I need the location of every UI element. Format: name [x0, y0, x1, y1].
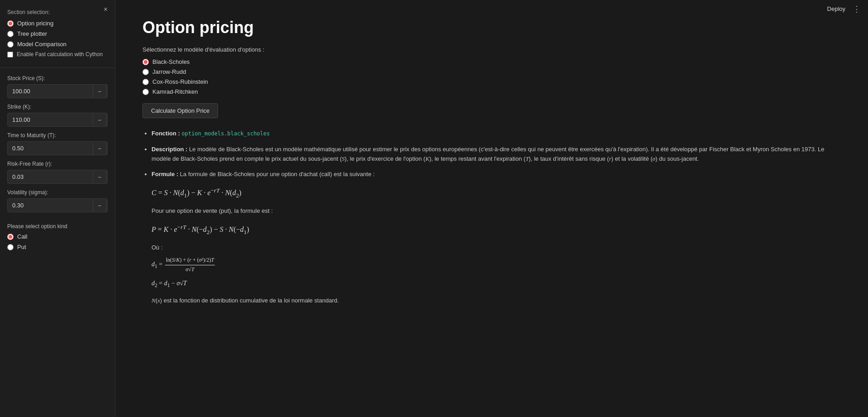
params-section: Stock Price (S): − + Strike (K): − + Tim…: [0, 73, 115, 221]
model-black-scholes[interactable]: Black-Scholes: [142, 58, 841, 65]
volatility-input[interactable]: [8, 199, 93, 212]
sidebar-item-model-comparison[interactable]: Model Comparison: [7, 41, 108, 48]
kamrad-label: Kamrad-Ritchken: [152, 88, 198, 95]
formula-put-block: P = K · e−rT · N(−d2) − S · N(−d1): [152, 222, 841, 237]
call-option-item[interactable]: Call: [7, 233, 108, 240]
formula-call-block: C = S · N(d1) − K · e−rT · N(d2): [152, 186, 841, 200]
strike-input[interactable]: [8, 113, 93, 126]
strike-input-row: − +: [7, 113, 108, 127]
cox-ross-label: Cox-Ross-Rubinstein: [152, 78, 208, 85]
description-text: Le modèle de Black-Scholes est un modèle…: [152, 146, 824, 162]
put-label: Put: [17, 244, 26, 250]
topbar: Deploy ⋮: [816, 0, 868, 18]
function-label: Fonction :: [152, 130, 180, 137]
volatility-input-row: − +: [7, 198, 108, 212]
function-item: Fonction : option_models.black_scholes: [152, 129, 841, 139]
risk-free-input[interactable]: [8, 170, 93, 183]
time-maturity-label: Time to Maturity (T):: [7, 132, 108, 139]
fast-calc-checkbox-item[interactable]: Enable Fast calculation with Cython: [7, 51, 108, 58]
sidebar-option-pricing-label: Option pricing: [17, 20, 53, 27]
formula-put: P = K · e−rT · N(−d2) − S · N(−d1): [152, 222, 841, 237]
time-maturity-decrement[interactable]: −: [93, 142, 106, 155]
sidebar-divider: [0, 67, 115, 68]
normal-dist-note: N(x) est la fonction de distribution cum…: [152, 296, 841, 306]
info-list: Fonction : option_models.black_scholes D…: [142, 129, 841, 306]
volatility-decrement[interactable]: −: [93, 199, 106, 212]
formula-item: Formule : La formule de Black-Scholes po…: [152, 170, 841, 306]
strike-increment[interactable]: +: [106, 114, 108, 126]
section-selection: Section selection: Option pricing Tree p…: [0, 0, 115, 62]
sidebar: × Section selection: Option pricing Tree…: [0, 0, 115, 417]
deploy-button[interactable]: Deploy: [824, 4, 849, 14]
black-scholes-label: Black-Scholes: [152, 58, 190, 65]
put-intro: Pour une option de vente (put), la formu…: [152, 206, 841, 216]
strike-label: Strike (K):: [7, 104, 108, 110]
stock-price-label: Stock Price (S):: [7, 75, 108, 81]
fast-calc-checkbox[interactable]: [7, 52, 13, 58]
formula-call: C = S · N(d1) − K · e−rT · N(d2): [152, 186, 841, 200]
d2-formula-block: d2 = d1 − σ√T: [152, 278, 841, 290]
risk-free-increment[interactable]: +: [106, 171, 108, 183]
d1-fraction: ln(S/K) + (r + (σ²)/2)T σ√T: [165, 256, 215, 273]
stock-price-decrement[interactable]: −: [93, 85, 106, 98]
main-content: Option pricing Sélectionnez le modèle d'…: [115, 0, 868, 417]
sidebar-item-option-pricing[interactable]: Option pricing: [7, 20, 108, 27]
call-radio[interactable]: [7, 234, 14, 240]
d1-formula-block: d1 = ln(S/K) + (r + (σ²)/2)T σ√T: [152, 256, 841, 273]
option-kind-label: Please select option kind: [7, 223, 108, 230]
fast-calc-label: Enable Fast calculation with Cython: [17, 51, 103, 58]
model-jarrow-rudd[interactable]: Jarrow-Rudd: [142, 68, 841, 75]
risk-free-input-row: − +: [7, 170, 108, 184]
menu-icon[interactable]: ⋮: [853, 4, 861, 14]
option-kind-section: Please select option kind Call Put: [0, 221, 115, 258]
call-label: Call: [17, 233, 27, 240]
strike-decrement[interactable]: −: [93, 114, 106, 126]
put-option-item[interactable]: Put: [7, 244, 108, 250]
where-label: Où :: [152, 243, 841, 253]
risk-free-label: Risk-Free Rate (r):: [7, 161, 108, 167]
sidebar-tree-plotter-label: Tree plotter: [17, 30, 47, 37]
time-maturity-input[interactable]: [8, 142, 93, 155]
function-code: option_models.black_scholes: [181, 130, 270, 137]
sidebar-model-comparison-label: Model Comparison: [17, 41, 66, 48]
description-item: Description : Le modèle de Black-Scholes…: [152, 145, 841, 164]
calculate-button[interactable]: Calculate Option Price: [142, 103, 218, 118]
time-maturity-input-row: − +: [7, 141, 108, 155]
formula-label: Formule :: [152, 171, 178, 177]
volatility-increment[interactable]: +: [106, 199, 108, 212]
sidebar-item-tree-plotter[interactable]: Tree plotter: [7, 30, 108, 37]
model-cox-ross[interactable]: Cox-Ross-Rubinstein: [142, 78, 841, 85]
model-options: Black-Scholes Jarrow-Rudd Cox-Ross-Rubin…: [142, 58, 841, 95]
stock-price-input[interactable]: [8, 85, 93, 98]
put-radio[interactable]: [7, 244, 14, 250]
description-label: Description :: [152, 146, 187, 153]
formula-intro: La formule de Black-Scholes pour une opt…: [180, 171, 375, 177]
risk-free-decrement[interactable]: −: [93, 171, 106, 183]
jarrow-rudd-label: Jarrow-Rudd: [152, 68, 186, 75]
volatility-label: Volatility (sigma):: [7, 189, 108, 196]
section-label: Section selection:: [7, 9, 108, 15]
stock-price-input-row: − +: [7, 84, 108, 98]
page-title: Option pricing: [142, 18, 841, 37]
close-button[interactable]: ×: [101, 5, 110, 14]
time-maturity-increment[interactable]: +: [106, 142, 108, 155]
model-kamrad[interactable]: Kamrad-Ritchken: [142, 88, 841, 95]
model-select-label: Sélectionnez le modèle d'évaluation d'op…: [142, 46, 841, 53]
stock-price-increment[interactable]: +: [106, 85, 108, 98]
